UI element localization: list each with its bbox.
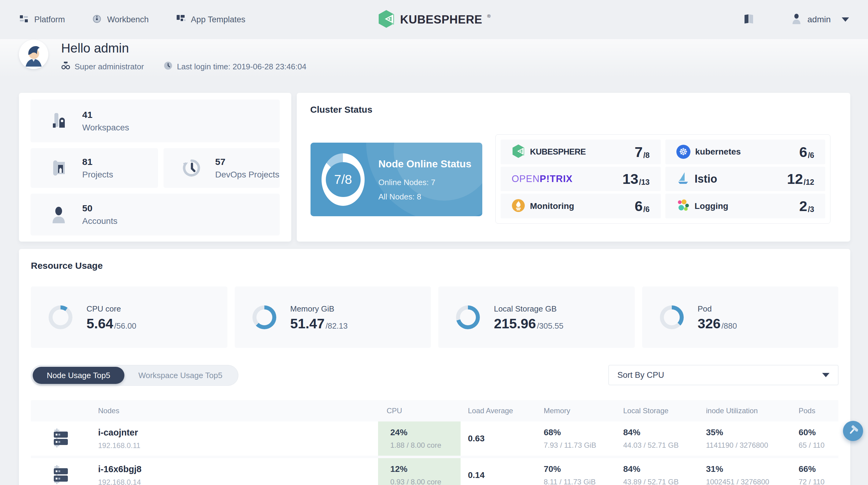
kubesphere-logo[interactable]: KUBESPHERE ® [377,9,491,30]
service-monitoring-value: 6 [635,199,643,213]
metric-cpu: CPU core 5.64 /56.00 [31,287,227,348]
last-login-label: Last login time: 2019-06-28 23:46:04 [177,62,307,71]
service-kubernetes-value: 6 [799,145,807,159]
brand-name: KUBESPHERE [400,13,482,26]
nav-workbench[interactable]: Workbench [92,14,149,25]
accounts-icon [49,205,68,224]
metric-pod: Pod 326 /880 [642,287,839,348]
cluster-status-title: Cluster Status [310,104,372,115]
metric-storage-total: /305.55 [537,321,564,331]
docs-book-icon[interactable] [743,14,755,25]
memory-percent: 68% [544,428,613,438]
storage-detail: 44.03 / 52.71 GB [623,441,695,450]
table-header: Nodes CPU Load Average Memory Local Stor… [31,400,838,421]
usage-tabs: Node Usage Top5 Workspace Usage Top5 [31,365,238,386]
service-kubesphere-name: KUBESPHERE [530,147,586,157]
col-load-average: Load Average [461,407,534,415]
memory-detail: 8.11 / 11.73 GiB [544,478,613,485]
service-istio-name: Istio [695,172,717,185]
cpu-percent: 24% [390,428,461,438]
dropdown-caret-icon [822,373,830,377]
cpu-cell: 24% 1.88 / 8.00 core [378,421,461,456]
user-icon [792,14,801,25]
pods-percent: 66% [799,464,838,474]
user-role: Super administrator [61,61,144,72]
tab-node-usage-top5[interactable]: Node Usage Top5 [33,367,124,384]
cluster-status-card: Cluster Status 7/8 Node Online Status On… [297,93,850,241]
col-nodes: Nodes [98,407,378,415]
stat-accounts-value: 50 [82,203,117,214]
brand-registered-mark: ® [487,13,491,19]
metric-memory: Memory GiB 51.47 /82.13 [235,287,431,348]
pods-detail: 65 / 110 [799,441,838,450]
greeting-title: Hello admin [61,41,306,56]
stat-devops-projects[interactable]: 57 DevOps Projects [163,148,280,188]
node-online-donut-label: 7/8 [326,162,361,197]
avatar [19,40,48,69]
storage-detail: 43.89 / 52.71 GB [623,478,695,485]
storage-donut-chart [456,305,480,329]
table-row[interactable]: i-caojnter 192.168.0.11 24% 1.88 / 8.00 … [31,421,838,456]
resource-usage-card: Resource Usage CPU core 5.64 /56.00 Memo… [19,249,850,485]
cpu-detail: 0.93 / 8.00 core [390,478,461,485]
metric-memory-total: /82.13 [326,321,347,331]
openpitrix-logo: OPENP!TRIX [512,173,572,185]
node-name: i-caojnter [98,428,378,438]
node-icon [31,465,70,485]
stat-projects-label: Projects [82,170,113,180]
elasticsearch-icon [676,199,690,214]
kubesphere-dashboard: Platform Workbench App Templates KUBESPH… [0,0,868,485]
platform-icon [19,14,29,25]
metric-pod-total: /880 [722,321,737,331]
inode-detail: 1002451 / 3276800 [706,478,788,485]
stat-accounts-label: Accounts [82,216,117,226]
col-memory: Memory [534,407,613,415]
metric-storage: Local Storage GB 215.96 /305.55 [438,287,635,348]
metric-cpu-total: /56.00 [114,321,136,331]
tab-workspace-usage-top5[interactable]: Workspace Usage Top5 [124,367,237,384]
load-average-value: 0.63 [468,434,534,444]
metric-cpu-label: CPU core [87,304,136,314]
service-kubesphere: KUBESPHERE 7 /8 [501,139,661,164]
stat-workspaces[interactable]: 41 Workspaces [31,100,280,142]
service-openpitrix-value: 13 [622,172,638,186]
devops-history-icon [182,158,202,178]
inode-detail: 1141190 / 3276800 [706,441,788,450]
cluster-services-grid: KUBESPHERE 7 /8 ☸ kubernetes 6 /6 [495,134,830,224]
resource-usage-title: Resource Usage [31,261,103,271]
cpu-donut-chart [49,305,72,329]
user-name: admin [807,15,831,25]
col-pods: Pods [788,407,838,415]
stat-devops-label: DevOps Projects [215,170,279,180]
greeting-banner: Hello admin Super administrator Last log… [0,39,868,78]
inode-percent: 31% [706,464,788,474]
sort-by-dropdown[interactable]: Sort By CPU [609,365,838,385]
kubesphere-logo-icon [377,9,395,30]
pod-donut-chart [660,305,684,329]
toolbox-button[interactable] [843,421,863,441]
online-nodes-text: Online Nodes: 7 [378,178,482,187]
memory-detail: 7.93 / 11.73 GiB [544,441,613,450]
nav-app-templates[interactable]: App Templates [176,14,245,25]
kubesphere-service-icon [512,144,525,160]
nav-platform[interactable]: Platform [19,14,65,25]
service-kubernetes-total: /6 [808,151,814,160]
nav-app-templates-label: App Templates [191,15,245,25]
service-openpitrix: OPENP!TRIX 13 /13 [501,167,661,192]
projects-icon [49,158,68,178]
user-menu[interactable]: admin [792,14,849,25]
table-row[interactable]: i-16x6bgj8 192.168.0.14 12% 0.93 / 8.00 … [31,458,838,485]
prometheus-icon [512,199,525,214]
metric-memory-label: Memory GiB [290,304,348,314]
last-login: Last login time: 2019-06-28 23:46:04 [163,61,307,72]
service-istio-total: /12 [804,178,814,187]
stat-projects[interactable]: 81 Projects [31,148,158,188]
col-local-storage: Local Storage [613,407,695,415]
service-monitoring-name: Monitoring [530,201,574,211]
stat-accounts[interactable]: 50 Accounts [31,194,280,235]
resource-metrics: CPU core 5.64 /56.00 Memory GiB 51.47 /8… [31,287,838,348]
memory-percent: 70% [544,464,613,474]
hammer-icon [847,424,859,438]
istio-icon [676,172,690,186]
pods-detail: 72 / 110 [799,478,838,485]
